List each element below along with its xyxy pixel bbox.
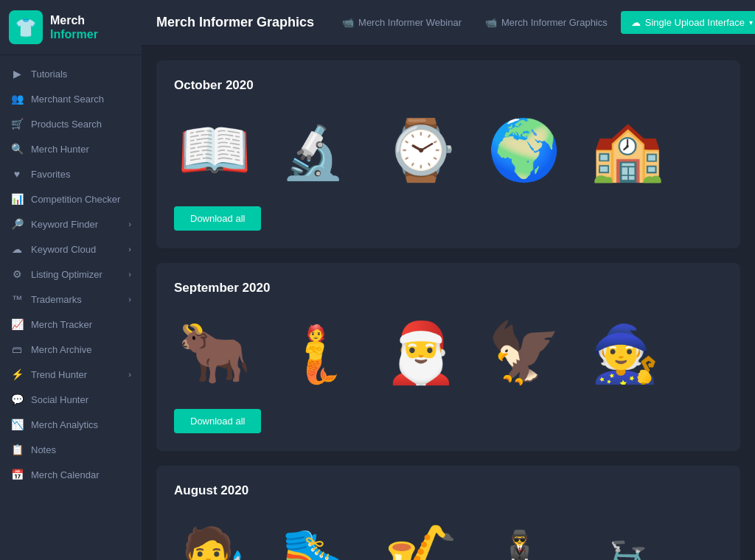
upload-icon: ☁ <box>631 17 641 28</box>
sidebar-item-notes[interactable]: 📋 Notes <box>0 437 142 462</box>
sidebar-item-competition-checker[interactable]: 📊 Competition Checker <box>0 186 142 211</box>
graphics-grid-september-2020: 🐂🧜🎅🦅🧙 <box>174 310 723 391</box>
sidebar-label-keyword-cloud: Keyword Cloud <box>31 244 121 255</box>
section-august-2020: August 2020🧑‍🎨🛼🎷🕴🚲Download all <box>156 466 740 560</box>
sidebar-item-merch-analytics[interactable]: 📉 Merch Analytics <box>0 412 142 437</box>
topbar-link-graphics[interactable]: 📹 Merch Informer Graphics <box>475 11 618 34</box>
logo-text: Merch Informer <box>50 13 98 41</box>
merch-analytics-icon: 📉 <box>10 419 24 430</box>
video-icon: 📹 <box>342 17 354 28</box>
graphic-item: 🧙 <box>587 310 675 391</box>
arrow-icon-listing-optimizer: › <box>128 270 131 279</box>
graphic-item: 🏫 <box>587 108 675 189</box>
svg-text:🧜: 🧜 <box>281 321 350 387</box>
sidebar-label-merch-tracker: Merch Tracker <box>31 319 131 330</box>
arrow-icon-keyword-finder: › <box>128 220 131 228</box>
graphics-grid-august-2020: 🧑‍🎨🛼🎷🕴🚲 <box>174 513 723 560</box>
graphic-item: 🧜 <box>277 310 366 391</box>
sidebar-label-trend-hunter: Trend Hunter <box>31 369 121 380</box>
sidebar-item-tutorials[interactable]: ▶ Tutorials <box>0 61 142 86</box>
svg-text:🎅: 🎅 <box>384 318 458 388</box>
merchant-search-icon: 👥 <box>10 93 24 105</box>
sidebar-navigation: ▶ Tutorials 👥 Merchant Search 🛒 Products… <box>0 55 142 560</box>
sidebar-item-merchant-search[interactable]: 👥 Merchant Search <box>0 86 142 111</box>
sidebar-logo: 👕 Merch Informer <box>0 0 142 55</box>
graphic-item: 🐂 <box>174 310 262 391</box>
sidebar-item-merch-tracker[interactable]: 📈 Merch Tracker <box>0 312 142 337</box>
sidebar-label-trademarks: Trademarks <box>31 294 121 305</box>
topbar-links: 📹 Merch Informer Webinar 📹 Merch Informe… <box>332 6 755 40</box>
sidebar-label-merchant-search: Merchant Search <box>31 94 131 105</box>
main-area: Merch Informer Graphics 📹 Merch Informer… <box>142 0 755 560</box>
section-title-september-2020: September 2020 <box>174 281 723 295</box>
sidebar: 👕 Merch Informer ▶ Tutorials 👥 Merchant … <box>0 0 142 560</box>
sidebar-label-merch-hunter: Merch Hunter <box>31 144 131 155</box>
graphic-item: 🎅 <box>380 310 469 391</box>
merch-tracker-icon: 📈 <box>10 318 24 330</box>
sidebar-label-merch-calendar: Merch Calendar <box>31 469 131 480</box>
svg-text:👕: 👕 <box>15 17 37 38</box>
sidebar-label-merch-analytics: Merch Analytics <box>31 419 131 430</box>
section-september-2020: September 2020🐂🧜🎅🦅🧙Download all <box>156 263 740 451</box>
sidebar-label-keyword-finder: Keyword Finder <box>31 219 121 230</box>
svg-text:🧙: 🧙 <box>591 321 660 387</box>
graphic-item: 🌍 <box>484 108 572 189</box>
graphic-item: ⌚ <box>380 108 469 189</box>
video-icon-2: 📹 <box>485 17 497 28</box>
graphic-item: 📖 <box>174 108 262 189</box>
section-title-august-2020: August 2020 <box>174 483 723 498</box>
graphic-item: 🛼 <box>277 513 366 560</box>
graphic-item: 🎷 <box>380 513 469 560</box>
sidebar-item-merch-archive[interactable]: 🗃 Merch Archive <box>0 337 142 362</box>
svg-text:🕴: 🕴 <box>487 528 552 560</box>
tutorials-icon: ▶ <box>10 68 24 80</box>
svg-text:⌚: ⌚ <box>384 115 458 185</box>
sidebar-item-keyword-finder[interactable]: 🔎 Keyword Finder › <box>0 211 142 237</box>
arrow-icon-trend-hunter: › <box>128 370 131 379</box>
graphics-grid-october-2020: 📖🔬⌚🌍🏫 <box>174 108 723 189</box>
competition-checker-icon: 📊 <box>10 193 24 205</box>
arrow-icon-trademarks: › <box>128 295 131 304</box>
sidebar-label-competition-checker: Competition Checker <box>31 194 131 205</box>
section-october-2020: October 2020📖🔬⌚🌍🏫Download all <box>156 60 740 248</box>
svg-text:🛼: 🛼 <box>281 524 350 560</box>
svg-text:🚲: 🚲 <box>591 520 664 560</box>
section-title-october-2020: October 2020 <box>174 78 723 93</box>
products-search-icon: 🛒 <box>10 118 24 130</box>
svg-text:🔬: 🔬 <box>281 122 346 183</box>
svg-text:🦅: 🦅 <box>487 318 561 388</box>
merch-calendar-icon: 📅 <box>10 469 24 480</box>
topbar-link-webinar[interactable]: 📹 Merch Informer Webinar <box>332 11 472 34</box>
sidebar-item-listing-optimizer[interactable]: ⚙ Listing Optimizer › <box>0 262 142 287</box>
sidebar-item-trend-hunter[interactable]: ⚡ Trend Hunter › <box>0 362 142 387</box>
sidebar-item-products-search[interactable]: 🛒 Products Search <box>0 111 142 136</box>
sidebar-item-favorites[interactable]: ♥ Favorites <box>0 161 142 186</box>
download-button-september-2020[interactable]: Download all <box>174 409 261 433</box>
graphic-item: 🦅 <box>484 310 572 391</box>
merch-hunter-icon: 🔍 <box>10 143 24 155</box>
logo-icon: 👕 <box>9 10 43 44</box>
sidebar-label-merch-archive: Merch Archive <box>31 344 131 355</box>
trademarks-icon: ™ <box>10 293 24 305</box>
graphic-item: 🕴 <box>484 513 572 560</box>
sidebar-label-listing-optimizer: Listing Optimizer <box>31 269 121 280</box>
graphic-item: 🚲 <box>587 513 675 560</box>
sidebar-item-trademarks[interactable]: ™ Trademarks › <box>0 287 142 312</box>
topbar-title: Merch Informer Graphics <box>156 15 314 30</box>
topbar: Merch Informer Graphics 📹 Merch Informer… <box>142 0 755 46</box>
sidebar-item-keyword-cloud[interactable]: ☁ Keyword Cloud › <box>0 237 142 262</box>
social-hunter-icon: 💬 <box>10 393 24 405</box>
single-upload-button[interactable]: ☁ Single Upload Interface ▾ <box>621 11 755 34</box>
download-button-october-2020[interactable]: Download all <box>174 206 261 231</box>
arrow-icon-keyword-cloud: › <box>128 245 131 253</box>
sidebar-label-social-hunter: Social Hunter <box>31 394 131 405</box>
notes-icon: 📋 <box>10 444 24 455</box>
sidebar-item-social-hunter[interactable]: 💬 Social Hunter <box>0 387 142 412</box>
svg-text:🏫: 🏫 <box>591 115 664 185</box>
sidebar-item-merch-calendar[interactable]: 📅 Merch Calendar <box>0 462 142 487</box>
merch-archive-icon: 🗃 <box>10 343 24 355</box>
sidebar-label-products-search: Products Search <box>31 119 131 130</box>
favorites-icon: ♥ <box>10 168 24 180</box>
keyword-finder-icon: 🔎 <box>10 218 24 230</box>
sidebar-item-merch-hunter[interactable]: 🔍 Merch Hunter <box>0 136 142 161</box>
